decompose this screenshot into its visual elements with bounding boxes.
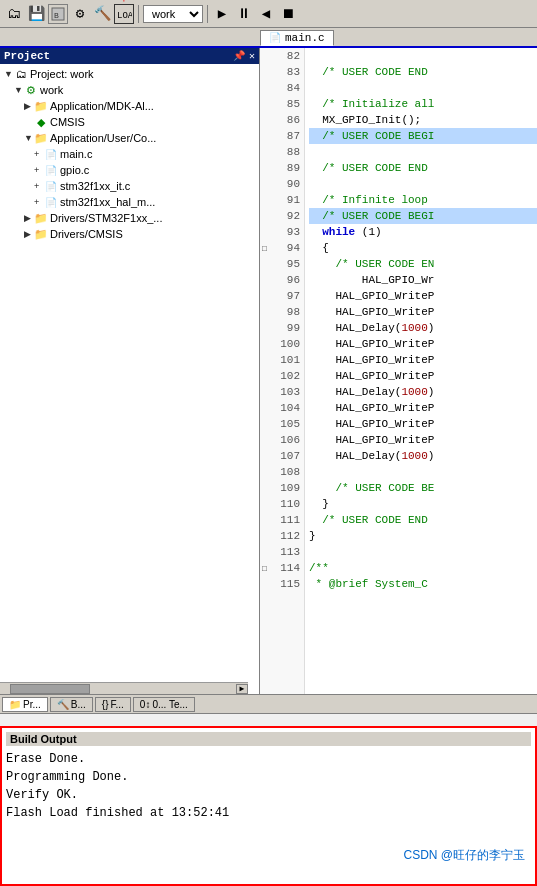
left-scrollbar[interactable]: ▶ [0, 682, 248, 694]
line-83: 83 [260, 64, 304, 80]
tab-file-icon: 📄 [269, 32, 281, 44]
tree-item-work[interactable]: ▼ ⚙ work [0, 82, 259, 98]
code-line-94: { [309, 240, 537, 256]
tree-arrow-drivers-stm: ▶ [24, 213, 34, 223]
code-line-97: HAL_GPIO_WriteP [309, 288, 537, 304]
code-line-113 [309, 544, 537, 560]
code-line-106: HAL_GPIO_WriteP [309, 432, 537, 448]
file-icon-gpio: 📄 [44, 163, 58, 177]
tab-templates-label: 0... Te... [152, 699, 187, 710]
code-line-92: /* USER CODE BEGI [309, 208, 537, 224]
toolbar-icon-debug3[interactable]: ◀ [256, 4, 276, 24]
toolbar-icon-load[interactable]: LOAD [114, 4, 134, 24]
watermark: CSDN @旺仔的李宁玉 [403, 847, 525, 864]
code-line-101: HAL_GPIO_WriteP [309, 352, 537, 368]
line-112: 112 [260, 528, 304, 544]
code-line-85: /* Initialize all [309, 96, 537, 112]
line-109: 109 [260, 480, 304, 496]
toolbar-icon-1[interactable]: 🗂 [4, 4, 24, 24]
svg-text:B: B [54, 11, 59, 20]
folder-icon-user: 📁 [34, 131, 48, 145]
line-101: 101 [260, 352, 304, 368]
code-line-90 [309, 176, 537, 192]
folder-icon-mdk: 📁 [34, 99, 48, 113]
tree-item-project[interactable]: ▼ 🗂 Project: work [0, 66, 259, 82]
tab-build[interactable]: 🔨 B... [50, 697, 93, 712]
tree-arrow-work: ▼ [14, 85, 24, 95]
tree-item-drivers-cmsis[interactable]: ▶ 📁 Drivers/CMSIS [0, 226, 259, 242]
tab-main-c[interactable]: 📄 main.c [260, 30, 334, 46]
code-container: 82 83 84 85 86 87 88 89 90 91 92 93 94 9… [260, 48, 537, 694]
tree-arrow-stm-it: + [34, 181, 44, 191]
code-line-83: /* USER CODE END [309, 64, 537, 80]
line-97: 97 [260, 288, 304, 304]
tree-item-mdk[interactable]: ▶ 📁 Application/MDK-Al... [0, 98, 259, 114]
toolbar-sep-2 [207, 5, 208, 23]
toolbar: 🗂 💾 B ⚙ 🔨 LOAD ↑ work ▶ ⏸ ◀ ⏹ [0, 0, 537, 28]
tree-item-gpio[interactable]: + 📄 gpio.c [0, 162, 259, 178]
tree-label-user: Application/User/Co... [50, 132, 156, 144]
code-line-107: HAL_Delay(1000) [309, 448, 537, 464]
toolbar-icon-debug1[interactable]: ▶ [212, 4, 232, 24]
tab-templates-icon: 0↕ [140, 699, 151, 710]
tree-label-cmsis-top: CMSIS [50, 116, 85, 128]
tree-arrow-drivers-cmsis: ▶ [24, 229, 34, 239]
code-line-87: /* USER CODE BEGI [309, 128, 537, 144]
tree-label-drivers-cmsis: Drivers/CMSIS [50, 228, 123, 240]
tree-item-main-c[interactable]: + 📄 main.c [0, 146, 259, 162]
line-87: 87 [260, 128, 304, 144]
line-105: 105 [260, 416, 304, 432]
tree-arrow-gpio: + [34, 165, 44, 175]
tab-project[interactable]: 📁 Pr... [2, 697, 48, 712]
tree-label-stm-hal: stm32f1xx_hal_m... [60, 196, 155, 208]
panel-close-icon[interactable]: ✕ [249, 50, 255, 62]
tab-bar: 📄 main.c [0, 28, 537, 48]
line-91: 91 [260, 192, 304, 208]
line-103: 103 [260, 384, 304, 400]
scroll-right-arrow[interactable]: ▶ [236, 684, 248, 694]
scrollbar-thumb[interactable] [10, 684, 90, 694]
line-96: 96 [260, 272, 304, 288]
tab-project-label: Pr... [23, 699, 41, 710]
tree-item-user[interactable]: ▼ 📁 Application/User/Co... [0, 130, 259, 146]
code-area[interactable]: /* USER CODE END /* Initialize all MX_GP… [305, 48, 537, 694]
build-output-header: Build Output [6, 732, 531, 746]
tab-functions-icon: {} [102, 699, 109, 710]
tree-item-stm-it[interactable]: + 📄 stm32f1xx_it.c [0, 178, 259, 194]
svg-text:LOAD: LOAD [117, 11, 132, 21]
code-line-96: HAL_GPIO_Wr [309, 272, 537, 288]
project-tree: ▼ 🗂 Project: work ▼ ⚙ work ▶ 📁 Applicati… [0, 64, 259, 244]
code-line-112: } [309, 528, 537, 544]
toolbar-icon-5[interactable]: 🔨 [92, 4, 112, 24]
toolbar-icon-4[interactable]: ⚙ [70, 4, 90, 24]
tree-label-stm-it: stm32f1xx_it.c [60, 180, 130, 192]
toolbar-icon-build[interactable]: B [48, 4, 68, 24]
red-arrow-annotation: ↑ [119, 0, 130, 6]
toolbar-icon-debug2[interactable]: ⏸ [234, 4, 254, 24]
line-102: 102 [260, 368, 304, 384]
tab-functions[interactable]: {} F... [95, 697, 131, 712]
line-99: 99 [260, 320, 304, 336]
line-88: 88 [260, 144, 304, 160]
tree-item-cmsis-top[interactable]: ◆ CMSIS [0, 114, 259, 130]
tab-build-icon: 🔨 [57, 699, 69, 710]
tree-item-stm-hal[interactable]: + 📄 stm32f1xx_hal_m... [0, 194, 259, 210]
file-icon-stm-it: 📄 [44, 179, 58, 193]
build-output-content: Erase Done. Programming Done. Verify OK.… [6, 750, 531, 822]
tree-item-drivers-stm[interactable]: ▶ 📁 Drivers/STM32F1xx_... [0, 210, 259, 226]
tab-templates[interactable]: 0↕ 0... Te... [133, 697, 195, 712]
tree-arrow-user: ▼ [24, 133, 34, 143]
toolbar-icon-2[interactable]: 💾 [26, 4, 46, 24]
build-output-panel: Build Output Erase Done. Programming Don… [0, 726, 537, 886]
toolbar-icon-debug4[interactable]: ⏹ [278, 4, 298, 24]
line-94: 94 [260, 240, 304, 256]
code-line-99: HAL_Delay(1000) [309, 320, 537, 336]
project-dropdown[interactable]: work [143, 5, 203, 23]
line-108: 108 [260, 464, 304, 480]
left-panel: Project 📌 ✕ ▼ 🗂 Project: work ▼ ⚙ work [0, 48, 260, 694]
line-82: 82 [260, 48, 304, 64]
panel-pin-icon[interactable]: 📌 [233, 50, 245, 62]
gear-icon: ⚙ [24, 83, 38, 97]
line-numbers: 82 83 84 85 86 87 88 89 90 91 92 93 94 9… [260, 48, 305, 694]
bottom-tab-bar: 📁 Pr... 🔨 B... {} F... 0↕ 0... Te... [0, 694, 537, 714]
